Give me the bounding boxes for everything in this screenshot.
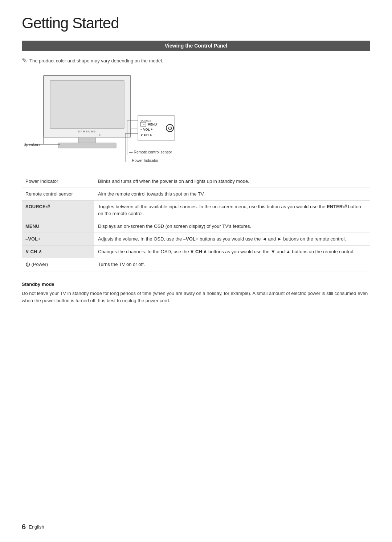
definition-cell: Aim the remote control towards this spot… bbox=[94, 188, 370, 201]
control-table: Power Indicator Blinks and turns off whe… bbox=[22, 175, 370, 271]
table-row: –VOL+ Adjusts the volume. In the OSD, us… bbox=[22, 233, 370, 245]
table-row: MENU Displays an on-screen the OSD (on s… bbox=[22, 220, 370, 233]
svg-text:– VOL +: – VOL + bbox=[140, 128, 153, 131]
definition-cell: Displays an on-screen the OSD (on screen… bbox=[94, 220, 370, 233]
note-text: The product color and shape may vary dep… bbox=[29, 58, 163, 63]
svg-rect-5 bbox=[58, 143, 116, 148]
svg-text:Speakers: Speakers bbox=[24, 142, 41, 147]
svg-text:↵: ↵ bbox=[143, 123, 145, 126]
svg-rect-1 bbox=[50, 81, 124, 128]
page-number-area: 6 English bbox=[22, 523, 44, 531]
definition-cell: Changes the channels. In the OSD, use th… bbox=[94, 246, 370, 258]
term-cell: ⏻ (Power) bbox=[22, 258, 94, 271]
page-number: 6 bbox=[22, 523, 26, 531]
note-icon: ✎ bbox=[22, 57, 27, 65]
term-cell: –VOL+ bbox=[22, 233, 94, 245]
term-cell: SOURCE⏎ bbox=[22, 201, 94, 220]
table-row: SOURCE⏎ Toggles between all the availabl… bbox=[22, 201, 370, 220]
page-lang: English bbox=[29, 524, 44, 530]
table-row: Remote control sensor Aim the remote con… bbox=[22, 188, 370, 201]
section-header: Viewing the Control Panel bbox=[22, 41, 370, 51]
svg-text:MENU: MENU bbox=[148, 123, 157, 126]
svg-text:— Remote control sensor: — Remote control sensor bbox=[129, 150, 172, 154]
definition-cell: Blinks and turns off when the power is o… bbox=[94, 175, 370, 188]
svg-text:⏻: ⏻ bbox=[168, 126, 172, 130]
term-cell: MENU bbox=[22, 220, 94, 233]
standby-title: Standby mode bbox=[22, 282, 370, 287]
standby-section: Standby mode Do not leave your TV in sta… bbox=[22, 282, 370, 305]
svg-text:SOURCE: SOURCE bbox=[140, 119, 151, 122]
svg-text:∨ CH ∧: ∨ CH ∧ bbox=[140, 133, 152, 137]
definition-cell: Adjusts the volume. In the OSD, use the … bbox=[94, 233, 370, 245]
note-line: ✎ The product color and shape may vary d… bbox=[22, 57, 370, 65]
term-cell: ∨ CH ∧ bbox=[22, 246, 94, 258]
svg-point-3 bbox=[99, 134, 101, 136]
svg-text:SAMSUNG: SAMSUNG bbox=[78, 130, 96, 133]
term-cell: Power Indicator bbox=[22, 175, 94, 188]
diagram-area: SAMSUNG Speakers SOURCE ↵ MENU – VOL + ∨… bbox=[22, 72, 370, 166]
tv-diagram: SAMSUNG Speakers SOURCE ↵ MENU – VOL + ∨… bbox=[22, 72, 178, 166]
table-row: Power Indicator Blinks and turns off whe… bbox=[22, 175, 370, 188]
table-row: ⏻ (Power) Turns the TV on or off. bbox=[22, 258, 370, 271]
definition-cell: Turns the TV on or off. bbox=[94, 258, 370, 271]
standby-text: Do not leave your TV in standby mode for… bbox=[22, 290, 370, 305]
definition-cell: Toggles between all the available input … bbox=[94, 201, 370, 220]
term-cell: Remote control sensor bbox=[22, 188, 94, 201]
table-row: ∨ CH ∧ Changes the channels. In the OSD,… bbox=[22, 246, 370, 258]
svg-text:— Power Indicator: — Power Indicator bbox=[127, 158, 159, 163]
page-title: Getting Started bbox=[22, 15, 370, 32]
